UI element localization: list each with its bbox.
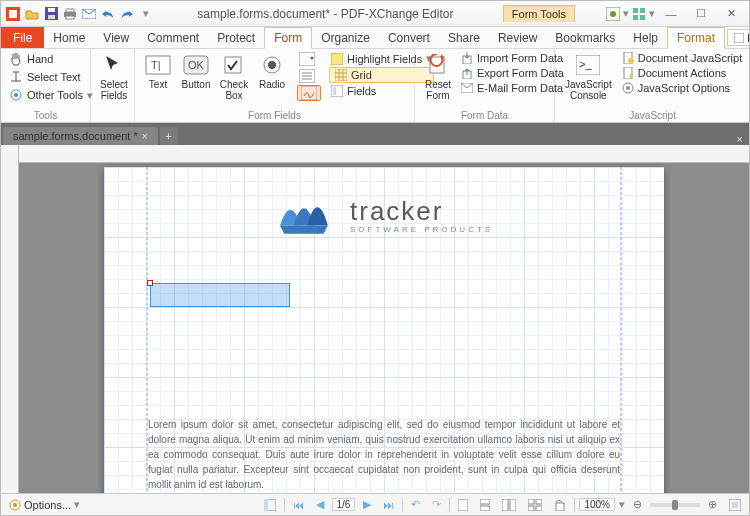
email-form-data[interactable]: E-Mail Form Data bbox=[459, 81, 566, 95]
svg-rect-5 bbox=[66, 9, 74, 12]
tab-view[interactable]: View bbox=[94, 27, 138, 48]
button-field-button[interactable]: OKButton bbox=[179, 51, 213, 92]
layout-facing-cont[interactable] bbox=[524, 499, 546, 511]
tab-convert[interactable]: Convert bbox=[379, 27, 439, 48]
svg-text:>_: >_ bbox=[579, 58, 592, 70]
svg-rect-10 bbox=[633, 8, 638, 13]
svg-rect-3 bbox=[48, 15, 55, 19]
dropdown-icon[interactable]: ▾ bbox=[623, 7, 629, 20]
zoom-value[interactable]: 100% bbox=[579, 498, 615, 511]
svg-rect-56 bbox=[556, 503, 564, 511]
other-tools[interactable]: Other Tools ▾ bbox=[7, 87, 95, 103]
tab-file[interactable]: File bbox=[1, 27, 44, 48]
svg-rect-6 bbox=[66, 16, 74, 19]
svg-rect-50 bbox=[502, 499, 508, 511]
close-all-tabs[interactable]: × bbox=[731, 133, 749, 145]
import-form-data[interactable]: Import Form Data bbox=[459, 51, 566, 65]
svg-rect-46 bbox=[264, 499, 268, 511]
redo-icon[interactable] bbox=[119, 6, 135, 22]
svg-rect-14 bbox=[734, 33, 744, 43]
list-box-button[interactable] bbox=[297, 68, 321, 84]
layout-facing[interactable] bbox=[498, 499, 520, 511]
tab-organize[interactable]: Organize bbox=[312, 27, 379, 48]
email-icon[interactable] bbox=[81, 6, 97, 22]
tab-protect[interactable]: Protect bbox=[208, 27, 264, 48]
maximize-button[interactable]: ☐ bbox=[687, 5, 715, 23]
document-actions[interactable]: Document Actions bbox=[620, 66, 745, 80]
js-console-button[interactable]: >_JavaScript Console bbox=[561, 51, 616, 103]
hand-tool[interactable]: Hand bbox=[7, 51, 95, 67]
svg-point-42 bbox=[626, 86, 630, 90]
export-form-data[interactable]: Export Form Data bbox=[459, 66, 566, 80]
prev-page-button[interactable]: ◀ bbox=[312, 498, 328, 511]
zoom-out-button[interactable]: ⊖ bbox=[629, 498, 646, 511]
tab-review[interactable]: Review bbox=[489, 27, 546, 48]
form-field[interactable] bbox=[150, 283, 290, 307]
resize-handle[interactable] bbox=[147, 280, 153, 286]
context-tab-label: Form Tools bbox=[503, 5, 575, 22]
zoom-slider[interactable] bbox=[650, 503, 700, 507]
back-button[interactable]: ↶ bbox=[407, 498, 424, 511]
save-icon[interactable] bbox=[43, 6, 59, 22]
print-icon[interactable] bbox=[62, 6, 78, 22]
last-page-button[interactable]: ⏭ bbox=[379, 499, 398, 511]
tab-close-icon[interactable]: × bbox=[142, 131, 148, 142]
undo-icon[interactable] bbox=[100, 6, 116, 22]
tab-share[interactable]: Share bbox=[439, 27, 489, 48]
signature-field-button[interactable] bbox=[297, 85, 321, 101]
svg-rect-51 bbox=[510, 499, 516, 511]
body-paragraph-1: Lorem ipsum dolor sit amet, consectetur … bbox=[148, 417, 620, 492]
horizontal-ruler bbox=[19, 145, 749, 163]
select-fields-button[interactable]: Select Fields bbox=[97, 51, 131, 103]
text-field-button[interactable]: T|Text bbox=[141, 51, 175, 92]
javascript-options[interactable]: JavaScript Options bbox=[620, 81, 745, 95]
reset-form-button[interactable]: Reset Form bbox=[421, 51, 455, 103]
fit-page-icon[interactable] bbox=[725, 499, 745, 511]
canvas[interactable]: trackerSOFTWARE PRODUCTS Lorem ipsum dol… bbox=[19, 163, 749, 493]
svg-rect-54 bbox=[528, 506, 534, 511]
tab-home[interactable]: Home bbox=[44, 27, 94, 48]
close-button[interactable]: ✕ bbox=[717, 5, 745, 23]
zoom-in-button[interactable]: ⊕ bbox=[704, 498, 721, 511]
radio-field-button[interactable]: Radio bbox=[255, 51, 289, 92]
ui-options-icon[interactable] bbox=[605, 6, 621, 22]
nav-panel-icon[interactable] bbox=[260, 499, 280, 511]
select-text-tool[interactable]: Select Text bbox=[7, 69, 95, 85]
dropdown-icon[interactable]: ▾ bbox=[649, 7, 655, 20]
open-icon[interactable] bbox=[24, 6, 40, 22]
group-label-form-fields: Form Fields bbox=[141, 109, 408, 122]
combo-box-button[interactable] bbox=[297, 51, 321, 67]
tab-form[interactable]: Form bbox=[264, 27, 312, 49]
svg-rect-28 bbox=[331, 53, 343, 65]
svg-rect-52 bbox=[528, 499, 534, 504]
find-box[interactable]: Find... bbox=[727, 29, 750, 46]
window-title: sample.forms.document* - PDF-XChange Edi… bbox=[154, 7, 497, 21]
tab-comment[interactable]: Comment bbox=[138, 27, 208, 48]
next-page-button[interactable]: ▶ bbox=[359, 498, 375, 511]
page-number[interactable]: 1/6 bbox=[332, 498, 356, 511]
tab-bookmarks[interactable]: Bookmarks bbox=[546, 27, 624, 48]
layout-single[interactable] bbox=[454, 499, 472, 511]
document-javascript[interactable]: Document JavaScript bbox=[620, 51, 745, 65]
svg-point-39 bbox=[628, 58, 634, 64]
first-page-button[interactable]: ⏮ bbox=[289, 499, 308, 511]
tab-help[interactable]: Help bbox=[624, 27, 667, 48]
svg-rect-31 bbox=[333, 87, 336, 95]
rotate-icon[interactable] bbox=[550, 499, 570, 511]
new-tab-button[interactable]: + bbox=[160, 127, 178, 145]
launch-icon[interactable] bbox=[631, 6, 647, 22]
qat-dropdown-icon[interactable]: ▾ bbox=[138, 6, 154, 22]
svg-rect-13 bbox=[640, 15, 645, 20]
minimize-button[interactable]: — bbox=[657, 5, 685, 23]
forward-button[interactable]: ↷ bbox=[428, 498, 445, 511]
tab-format[interactable]: Format bbox=[667, 27, 725, 49]
page[interactable]: trackerSOFTWARE PRODUCTS Lorem ipsum dol… bbox=[104, 167, 664, 493]
svg-point-24 bbox=[268, 61, 276, 69]
svg-point-44 bbox=[13, 503, 17, 507]
checkbox-field-button[interactable]: Check Box bbox=[217, 51, 251, 103]
svg-rect-27 bbox=[301, 86, 317, 100]
options-button[interactable]: Options...▾ bbox=[5, 498, 84, 511]
svg-rect-55 bbox=[536, 506, 542, 511]
layout-continuous[interactable] bbox=[476, 499, 494, 511]
document-tab[interactable]: sample.forms.document *× bbox=[3, 127, 158, 145]
